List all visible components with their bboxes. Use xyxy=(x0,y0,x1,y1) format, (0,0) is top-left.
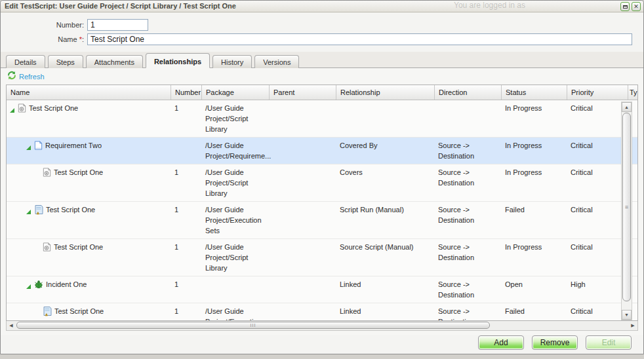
add-button[interactable]: Add xyxy=(478,335,524,350)
column-header-status[interactable]: Status xyxy=(501,85,567,100)
scroll-up-arrow[interactable]: ▲ xyxy=(622,102,632,112)
artifact-name: Test Script One xyxy=(29,103,78,113)
table-row[interactable]: Requirement Two/User Guide Project/Requi… xyxy=(7,138,637,164)
remove-button[interactable]: Remove xyxy=(532,335,578,350)
status-cell: Open xyxy=(501,276,567,303)
priority-cell: Critical xyxy=(567,202,628,238)
tab-relationships[interactable]: Relationships xyxy=(146,53,210,68)
artifact-name: Requirement Two xyxy=(45,140,102,151)
artifact-name: Test Script One xyxy=(46,204,95,215)
horizontal-scrollbar[interactable]: ◀ III ▶ xyxy=(6,321,638,331)
scroll-left-arrow[interactable]: ◀ xyxy=(7,322,16,330)
package-cell: /User Guide Project/Requireme... xyxy=(201,138,269,164)
column-header-number[interactable]: Number xyxy=(171,85,201,100)
tab-details[interactable]: Details xyxy=(6,55,45,68)
direction-cell: Source -> Destination xyxy=(434,202,501,238)
close-button[interactable]: ✕ xyxy=(632,2,641,11)
scroll-right-arrow[interactable]: ▶ xyxy=(628,322,637,330)
artifact-name: Incident One xyxy=(46,279,87,290)
tree-expander-icon[interactable] xyxy=(9,105,15,116)
table-row[interactable]: Incident One1LinkedSource -> Destination… xyxy=(7,276,637,303)
scroll-down-arrow[interactable]: ▼ xyxy=(622,310,632,320)
close-icon: ✕ xyxy=(634,4,639,10)
tree-expander-icon[interactable] xyxy=(26,143,31,153)
column-header-package[interactable]: Package xyxy=(201,85,269,100)
tab-attachments[interactable]: Attachments xyxy=(86,55,143,68)
parent-cell xyxy=(269,100,336,137)
tree-expander-icon[interactable] xyxy=(26,282,31,292)
form-area: Number: Name *: xyxy=(1,12,643,52)
number-cell: 1 xyxy=(171,202,201,238)
refresh-icon xyxy=(7,71,16,83)
artifact-name: Test Script One xyxy=(54,167,103,178)
relationships-grid: Name Number Package Parent Relationship … xyxy=(6,85,638,321)
relationship-cell: Script Run (Manual) xyxy=(336,202,434,238)
table-row[interactable]: Test Script One1/User Guide Project/Scri… xyxy=(7,100,637,138)
test-run-failed-icon xyxy=(33,204,44,217)
table-row[interactable]: Test Script One1/User Guide Project/Exec… xyxy=(7,202,637,239)
package-cell: /User Guide Project/Execution xyxy=(201,303,269,320)
package-cell: /User Guide Project/Script Library xyxy=(201,164,269,201)
relationship-cell: Covers xyxy=(336,164,434,201)
package-cell: /User Guide Project/Script Library xyxy=(201,100,269,137)
status-cell: Failed xyxy=(501,303,567,320)
relationships-panel: Refresh Name Number Package Parent Relat… xyxy=(1,68,643,335)
tab-versions[interactable]: Versions xyxy=(254,55,299,68)
priority-cell: Critical xyxy=(567,138,628,164)
table-row[interactable]: Test Script One1/User Guide Project/Exec… xyxy=(7,303,637,320)
background-logged-in-text: You are logged in as xyxy=(454,1,525,10)
artifact-name: Test Script One xyxy=(54,306,104,316)
dialog-titlebar[interactable]: You are logged in as Edit TestScript: Us… xyxy=(1,1,643,12)
name-input[interactable] xyxy=(87,33,632,45)
relationship-cell xyxy=(336,100,434,137)
table-row[interactable]: Test Script One1/User Guide Project/Scri… xyxy=(7,239,637,276)
column-header-relationship[interactable]: Relationship xyxy=(336,85,434,100)
table-row[interactable]: Test Script One1/User Guide Project/Scri… xyxy=(7,164,637,202)
grid-body: Test Script One1/User Guide Project/Scri… xyxy=(7,100,637,320)
package-cell: /User Guide Project/Execution Sets xyxy=(201,202,269,238)
direction-cell: Source -> Destination xyxy=(434,239,501,276)
direction-cell: Source -> Destination xyxy=(434,276,501,303)
status-cell: Failed xyxy=(501,202,567,238)
grid-header: Name Number Package Parent Relationship … xyxy=(7,85,637,100)
parent-cell xyxy=(269,303,336,320)
package-cell: /User Guide Project/Script Library xyxy=(201,239,269,276)
edit-button[interactable]: Edit xyxy=(586,335,632,350)
priority-cell: Critical xyxy=(567,303,628,320)
package-cell xyxy=(201,276,269,303)
status-cell: In Progress xyxy=(501,164,567,201)
column-header-direction[interactable]: Direction xyxy=(434,85,501,100)
maximize-button[interactable] xyxy=(620,2,630,11)
number-label: Number: xyxy=(1,21,87,29)
column-header-name[interactable]: Name xyxy=(7,85,171,100)
status-cell: In Progress xyxy=(501,100,567,137)
name-label: Name *: xyxy=(1,35,87,43)
parent-cell xyxy=(269,202,336,238)
direction-cell: Source -> Destination xyxy=(434,138,501,164)
parent-cell xyxy=(269,239,336,276)
refresh-link[interactable]: Refresh xyxy=(19,73,45,81)
number-cell: 1 xyxy=(171,164,201,201)
number-cell: 1 xyxy=(171,239,201,276)
tabstrip: Details Steps Attachments Relationships … xyxy=(1,52,643,68)
number-cell: 1 xyxy=(171,303,201,320)
priority-cell: High xyxy=(567,276,628,303)
parent-cell xyxy=(269,164,336,201)
horizontal-scroll-thumb[interactable]: III xyxy=(16,322,490,329)
tab-steps[interactable]: Steps xyxy=(48,55,83,68)
number-cell xyxy=(171,138,201,164)
vertical-scrollbar[interactable]: ▲ ≡ ▼ xyxy=(621,102,632,320)
dialog-title: Edit TestScript: User Guide Project / Sc… xyxy=(5,2,236,10)
column-header-parent[interactable]: Parent xyxy=(269,85,336,100)
status-cell: In Progress xyxy=(501,239,567,276)
artifact-name: Test Script One xyxy=(54,242,103,252)
tree-expander-icon[interactable] xyxy=(26,207,31,217)
column-header-type[interactable]: Ty xyxy=(628,85,637,100)
number-input[interactable] xyxy=(87,19,148,31)
column-header-priority[interactable]: Priority xyxy=(567,85,628,100)
vertical-scroll-thumb[interactable]: ≡ xyxy=(622,113,631,301)
tab-history[interactable]: History xyxy=(212,55,252,68)
page-background-strip xyxy=(0,354,644,359)
number-cell: 1 xyxy=(171,100,201,137)
direction-cell: Source -> Destination xyxy=(434,164,501,201)
